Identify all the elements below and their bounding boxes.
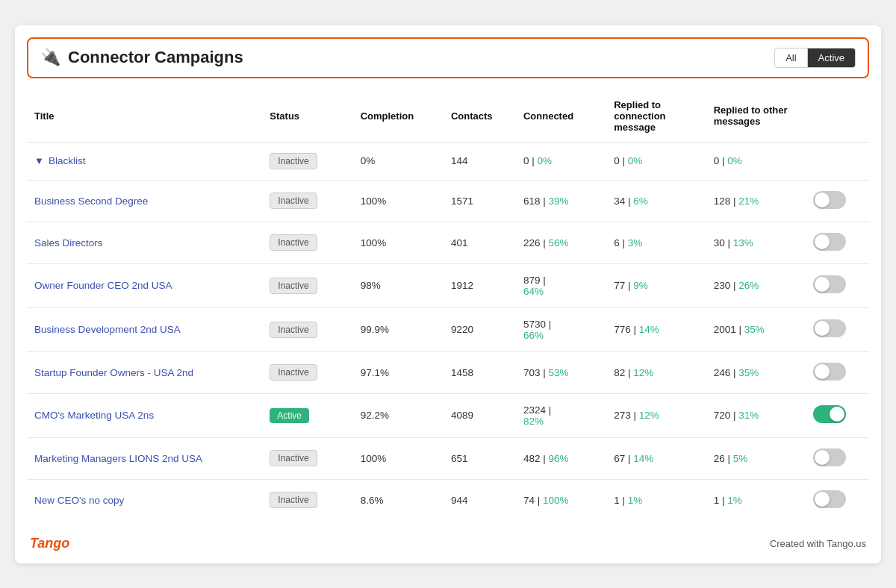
status-badge: Inactive — [270, 492, 317, 508]
table-row: Owner Founder CEO 2nd USAInactive98%1912… — [27, 263, 869, 307]
completion-cell: 97.1% — [353, 351, 444, 393]
contacts-cell: 9220 — [444, 307, 516, 351]
table-row: New CEO's no copyInactive8.6%94474 | 100… — [27, 479, 869, 521]
campaign-toggle[interactable] — [813, 448, 846, 466]
header: 🔌 Connector Campaigns All Active — [27, 37, 869, 78]
toggle-cell — [806, 393, 869, 437]
table-row: Business Development 2nd USAInactive99.9… — [27, 307, 869, 351]
connected-cell: 226 | 56% — [516, 222, 606, 263]
status-badge: Inactive — [270, 278, 317, 294]
completion-cell: 100% — [353, 222, 444, 263]
replied-conn-cell: 0 | 0% — [606, 142, 706, 180]
connected-cell: 2324 |82% — [516, 393, 606, 437]
status-badge: Inactive — [270, 234, 317, 251]
campaign-name[interactable]: Marketing Managers LIONS 2nd USA — [34, 453, 255, 464]
filter-icon: ▼ — [34, 155, 44, 166]
contacts-cell: 4089 — [444, 393, 516, 437]
campaign-toggle[interactable] — [813, 319, 846, 337]
campaigns-table: Title Status Completion Contacts Connect… — [27, 93, 869, 521]
status-badge: Inactive — [270, 450, 317, 466]
col-header-status: Status — [262, 93, 352, 143]
connected-cell: 482 | 96% — [516, 437, 606, 479]
toggle-cell — [806, 479, 869, 521]
table-row: Startup Founder Owners - USA 2ndInactive… — [27, 351, 869, 393]
status-badge: Active — [270, 408, 309, 423]
replied-other-cell: 26 | 5% — [706, 437, 806, 479]
replied-conn-cell: 776 | 14% — [606, 307, 706, 351]
connected-cell: 5730 |66% — [516, 307, 606, 351]
contacts-cell: 144 — [444, 142, 516, 180]
col-header-replied-other: Replied to other messages — [706, 93, 806, 143]
header-title-area: 🔌 Connector Campaigns — [40, 48, 243, 67]
replied-other-cell: 128 | 21% — [706, 180, 806, 222]
connected-cell: 0 | 0% — [516, 142, 606, 180]
connected-cell: 879 |64% — [516, 263, 606, 307]
campaign-name[interactable]: ▼Blacklist — [34, 155, 255, 166]
completion-cell: 92.2% — [353, 393, 444, 437]
campaign-toggle[interactable] — [813, 405, 846, 423]
status-badge: Inactive — [270, 322, 317, 338]
replied-other-cell: 1 | 1% — [706, 479, 806, 521]
campaign-toggle[interactable] — [813, 191, 846, 209]
table-row: ▼BlacklistInactive0%1440 | 0%0 | 0%0 | 0… — [27, 142, 869, 180]
filter-active-button[interactable]: Active — [808, 49, 855, 67]
col-header-toggle — [806, 93, 869, 143]
toggle-cell — [806, 142, 869, 180]
replied-conn-cell: 273 | 12% — [606, 393, 706, 437]
campaign-toggle[interactable] — [813, 233, 846, 251]
col-header-title: Title — [27, 93, 262, 143]
footer-credit: Created with Tango.us — [770, 538, 866, 549]
replied-other-cell: 30 | 13% — [706, 222, 806, 263]
campaign-toggle[interactable] — [813, 363, 846, 381]
replied-other-cell: 246 | 35% — [706, 351, 806, 393]
contacts-cell: 651 — [444, 437, 516, 479]
campaign-name[interactable]: Business Development 2nd USA — [34, 324, 255, 335]
connected-cell: 703 | 53% — [516, 351, 606, 393]
status-badge: Inactive — [270, 193, 317, 209]
campaign-name[interactable]: Startup Founder Owners - USA 2nd — [34, 367, 255, 378]
replied-other-cell: 2001 | 35% — [706, 307, 806, 351]
replied-conn-cell: 1 | 1% — [606, 479, 706, 521]
status-badge: Inactive — [270, 364, 317, 381]
status-badge: Inactive — [270, 153, 317, 169]
campaign-name[interactable]: Sales Directors — [34, 237, 255, 248]
campaign-name[interactable]: Owner Founder CEO 2nd USA — [34, 280, 255, 291]
table-row: Business Second DegreeInactive100%157161… — [27, 180, 869, 222]
campaign-name[interactable]: New CEO's no copy — [34, 495, 255, 506]
replied-conn-cell: 6 | 3% — [606, 222, 706, 263]
col-header-contacts: Contacts — [444, 93, 516, 143]
replied-conn-cell: 82 | 12% — [606, 351, 706, 393]
completion-cell: 99.9% — [353, 307, 444, 351]
completion-cell: 0% — [353, 142, 444, 180]
campaign-name[interactable]: CMO's Marketing USA 2ns — [34, 410, 255, 421]
completion-cell: 98% — [353, 263, 444, 307]
page-wrapper: 🔌 Connector Campaigns All Active Title S… — [15, 25, 881, 563]
replied-conn-cell: 34 | 6% — [606, 180, 706, 222]
campaign-toggle[interactable] — [813, 490, 846, 508]
replied-other-cell: 230 | 26% — [706, 263, 806, 307]
completion-cell: 8.6% — [353, 479, 444, 521]
toggle-cell — [806, 307, 869, 351]
contacts-cell: 1912 — [444, 263, 516, 307]
toggle-cell — [806, 437, 869, 479]
col-header-completion: Completion — [353, 93, 444, 143]
plug-icon: 🔌 — [40, 48, 60, 67]
table-row: Sales DirectorsInactive100%401226 | 56%6… — [27, 222, 869, 263]
filter-all-button[interactable]: All — [775, 49, 807, 67]
toggle-cell — [806, 222, 869, 263]
toggle-cell — [806, 263, 869, 307]
toggle-cell — [806, 180, 869, 222]
contacts-cell: 401 — [444, 222, 516, 263]
replied-conn-cell: 67 | 14% — [606, 437, 706, 479]
filter-buttons: All Active — [774, 48, 856, 68]
footer: Tango Created with Tango.us — [27, 536, 869, 551]
connected-cell: 74 | 100% — [516, 479, 606, 521]
col-header-replied-conn: Replied to connection message — [606, 93, 706, 143]
campaign-name[interactable]: Business Second Degree — [34, 196, 255, 207]
completion-cell: 100% — [353, 437, 444, 479]
contacts-cell: 1571 — [444, 180, 516, 222]
replied-other-cell: 0 | 0% — [706, 142, 806, 180]
table-row: CMO's Marketing USA 2nsActive92.2%408923… — [27, 393, 869, 437]
contacts-cell: 1458 — [444, 351, 516, 393]
campaign-toggle[interactable] — [813, 275, 846, 293]
